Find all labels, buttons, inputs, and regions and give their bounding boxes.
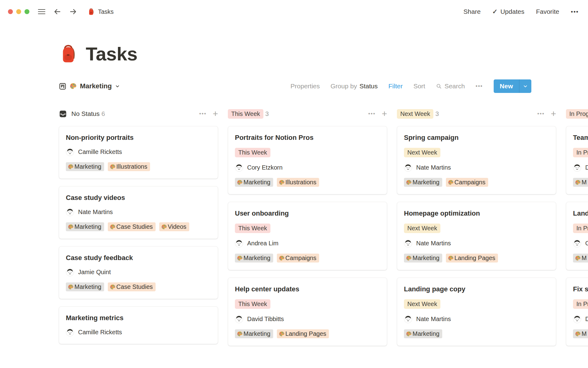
column-add-icon[interactable]: +: [382, 109, 387, 118]
tag-label: Marketing: [243, 330, 270, 337]
card-status-row: In Progress: [573, 148, 588, 157]
palette-icon: [575, 179, 581, 186]
person-row: Nate Martins: [404, 315, 549, 323]
card[interactable]: Marketing metricsCamille Ricketts: [59, 306, 218, 344]
properties-button[interactable]: Properties: [291, 82, 320, 90]
person-row: C: [573, 239, 588, 247]
tag-label: Marketing: [74, 223, 101, 230]
back-arrow-icon[interactable]: [53, 8, 61, 16]
card-title: Case study videos: [66, 194, 211, 202]
tag: Marketing: [66, 282, 104, 291]
search-button[interactable]: Search: [436, 82, 465, 90]
toolbar-more-icon[interactable]: •••: [476, 83, 483, 89]
tag: Marketing: [66, 162, 104, 171]
card[interactable]: Spring campaignNext WeekNate MartinsMark…: [397, 126, 556, 194]
minimize-window-button[interactable]: [16, 9, 21, 14]
backpack-icon: [88, 8, 95, 15]
column-header: This Week3•••+: [228, 107, 387, 121]
card[interactable]: Help center updatesThis WeekDavid Tibbit…: [228, 278, 387, 346]
column-no-status: No Status6•••+Non-priority portraitsCami…: [59, 107, 218, 351]
column-title[interactable]: In Progress: [566, 109, 588, 119]
tag: Campaigns: [277, 254, 319, 263]
column-actions: •••+: [199, 109, 218, 118]
new-button[interactable]: New: [494, 79, 531, 93]
group-by-button[interactable]: Group by Status: [330, 82, 378, 90]
view-selector[interactable]: Marketing: [59, 82, 120, 90]
card[interactable]: Case study feedbackJamie QuintMarketingC…: [59, 246, 218, 299]
filter-button[interactable]: Filter: [388, 82, 403, 90]
close-window-button[interactable]: [8, 9, 13, 14]
sidebar-toggle-icon[interactable]: [38, 9, 45, 14]
tag: Marketing: [235, 329, 273, 338]
chevron-down-icon: [115, 84, 120, 89]
tag: Marketing: [404, 329, 442, 338]
tags-row: MarketingLanding Pages: [404, 254, 549, 263]
card-title: Case study feedback: [66, 254, 211, 262]
tray-icon: [59, 110, 67, 118]
breadcrumb-title: Tasks: [98, 8, 114, 15]
person-row: Camille Ricketts: [66, 148, 211, 156]
column-more-icon[interactable]: •••: [537, 111, 545, 117]
card[interactable]: Homepage optimizationNext WeekNate Marti…: [397, 202, 556, 270]
person-name: D: [585, 316, 588, 323]
status-badge: Next Week: [404, 299, 440, 309]
more-options-icon[interactable]: •••: [571, 8, 579, 15]
avatar: [235, 163, 243, 172]
group-by-value: Status: [360, 82, 378, 90]
column-status-badge: Next Week: [397, 109, 433, 119]
tag: Case Studies: [108, 282, 156, 291]
sort-button[interactable]: Sort: [413, 82, 425, 90]
palette-icon: [448, 179, 454, 186]
column-more-icon[interactable]: •••: [368, 111, 376, 117]
tag: Marketing: [66, 222, 104, 231]
card[interactable]: Case study videosNate MartinsMarketingCa…: [59, 186, 218, 239]
tags-row: MarketingCampaigns: [404, 178, 549, 187]
column-actions: •••+: [537, 109, 556, 118]
card[interactable]: Fix sIn ProgressDM: [566, 278, 588, 346]
tag-label: Marketing: [413, 255, 439, 262]
tag-label: Campaigns: [285, 255, 316, 262]
share-button[interactable]: Share: [463, 8, 481, 15]
avatar: [573, 163, 581, 172]
tag-label: Videos: [168, 223, 187, 230]
card[interactable]: Non-priority portraitsCamille RickettsMa…: [59, 126, 218, 179]
status-badge: In Progress: [573, 148, 588, 157]
check-icon: ✓: [492, 8, 498, 15]
card-title: Team: [573, 134, 588, 142]
column-title[interactable]: This Week: [228, 109, 263, 119]
column-title[interactable]: Next Week: [397, 109, 433, 119]
updates-button[interactable]: ✓ Updates: [492, 8, 524, 15]
column-title[interactable]: No Status: [59, 110, 100, 118]
column-add-icon[interactable]: +: [551, 109, 556, 118]
column-actions: •••+: [368, 109, 387, 118]
forward-arrow-icon[interactable]: [69, 8, 77, 16]
tag: Illustrations: [277, 178, 319, 187]
new-button-label[interactable]: New: [494, 79, 519, 93]
person-row: Cory Etzkorn: [235, 163, 380, 172]
tag-label: Illustrations: [285, 179, 316, 186]
person-row: Nate Martins: [66, 208, 211, 216]
column-more-icon[interactable]: •••: [199, 111, 207, 117]
person-name: Nate Martins: [416, 316, 451, 323]
window-titlebar: Tasks Share ✓ Updates Favorite •••: [0, 0, 588, 23]
column-header: Next Week3•••+: [397, 107, 556, 121]
card-status-row: In Progress: [573, 224, 588, 233]
card-title: Homepage optimization: [404, 209, 549, 217]
card[interactable]: TeamIn ProgressDM: [566, 126, 588, 194]
column-add-icon[interactable]: +: [213, 109, 218, 118]
page-backpack-icon[interactable]: [59, 44, 78, 63]
person-row: Jamie Quint: [66, 268, 211, 276]
column-label: No Status: [71, 110, 100, 117]
favorite-button[interactable]: Favorite: [536, 8, 559, 15]
card[interactable]: Portraits for Notion ProsThis WeekCory E…: [228, 126, 387, 194]
card[interactable]: LandingIn ProgressCMLa: [566, 202, 588, 270]
breadcrumb[interactable]: Tasks: [88, 8, 114, 15]
page-title[interactable]: Tasks: [86, 43, 138, 65]
card[interactable]: Landing page copyNext WeekNate MartinsMa…: [397, 278, 556, 346]
tag-label: Marketing: [413, 179, 439, 186]
zoom-window-button[interactable]: [24, 9, 29, 14]
card-title: User onboarding: [235, 209, 380, 217]
new-dropdown-button[interactable]: [519, 79, 531, 93]
card[interactable]: User onboardingThis WeekAndrea LimMarket…: [228, 202, 387, 270]
palette-icon: [237, 179, 243, 186]
